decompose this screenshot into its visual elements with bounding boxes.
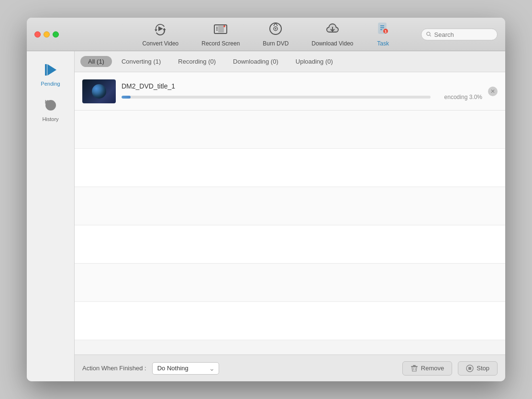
search-box[interactable] [421, 28, 498, 40]
toolbar-item-burn-dvd[interactable]: Burn DVD [251, 19, 300, 50]
sidebar-item-history[interactable]: History [32, 94, 70, 126]
tab-uploading[interactable]: Uploading (0) [288, 56, 341, 67]
svg-line-20 [430, 35, 431, 36]
task-name: DM2_DVD_title_1 [122, 82, 482, 90]
sidebar-item-pending[interactable]: Pending [32, 59, 70, 90]
burn-dvd-label: Burn DVD [263, 40, 288, 47]
stop-icon [466, 365, 474, 372]
task-thumbnail [82, 79, 116, 103]
progress-bar-fill [122, 96, 131, 99]
sidebar: Pending History [27, 51, 75, 381]
svg-text:1: 1 [384, 29, 387, 33]
remove-button[interactable]: Remove [402, 361, 452, 376]
close-button[interactable] [34, 31, 41, 37]
history-icon [44, 98, 58, 114]
empty-row [75, 225, 505, 264]
stop-button[interactable]: Stop [458, 361, 498, 376]
empty-row [75, 302, 505, 340]
sidebar-pending-label: Pending [41, 81, 60, 87]
progress-bar [122, 96, 431, 99]
search-input[interactable] [434, 31, 492, 38]
tab-converting[interactable]: Converting (1) [114, 56, 168, 67]
download-video-icon [326, 22, 339, 38]
stop-label: Stop [477, 365, 489, 372]
svg-point-19 [427, 32, 430, 35]
remove-icon [410, 365, 418, 372]
empty-row [75, 149, 505, 187]
svg-point-9 [275, 28, 277, 29]
task-label: Task [377, 40, 389, 47]
svg-rect-23 [413, 365, 416, 366]
table-row: DM2_DVD_title_1 encoding 3.0% ✕ [75, 72, 505, 111]
task-icon: 1 [377, 22, 390, 38]
record-screen-icon [214, 22, 227, 38]
toolbar-item-download-video[interactable]: Download Video [300, 19, 365, 50]
task-close-button[interactable]: ✕ [488, 87, 498, 96]
task-status: encoding 3.0% [434, 94, 482, 100]
action-select-value: Do Nothing [157, 365, 206, 372]
main-content: Pending History All (1) Convertin [27, 51, 505, 381]
search-icon [426, 32, 432, 37]
action-label: Action When Finished : [82, 365, 146, 372]
maximize-button[interactable] [53, 31, 59, 37]
empty-row [75, 187, 505, 225]
toolbar-item-task[interactable]: 1 Task [365, 19, 401, 50]
toolbar: Convert Video Record Screen [131, 19, 401, 50]
empty-row [75, 264, 505, 302]
svg-marker-0 [158, 26, 163, 31]
tab-recording[interactable]: Recording (0) [170, 56, 223, 67]
svg-point-3 [223, 25, 225, 27]
task-list: DM2_DVD_title_1 encoding 3.0% ✕ [75, 72, 505, 355]
pending-icon [44, 63, 58, 79]
task-progress-row: encoding 3.0% [122, 94, 482, 100]
tab-all[interactable]: All (1) [80, 56, 112, 67]
action-select[interactable]: Do Nothing ⌄ [152, 362, 219, 375]
convert-video-icon [154, 22, 167, 38]
titlebar: Convert Video Record Screen [27, 18, 505, 51]
sidebar-history-label: History [42, 116, 58, 122]
svg-rect-27 [468, 367, 471, 370]
tabs-bar: All (1) Converting (1) Recording (0) Dow… [75, 51, 505, 72]
svg-rect-2 [218, 26, 224, 33]
record-screen-label: Record Screen [201, 40, 240, 47]
chevron-down-icon: ⌄ [209, 365, 215, 372]
download-video-label: Download Video [311, 40, 353, 47]
toolbar-item-convert-video[interactable]: Convert Video [131, 19, 190, 50]
minimize-button[interactable] [44, 31, 50, 37]
app-window: Convert Video Record Screen [27, 18, 505, 381]
task-info: DM2_DVD_title_1 encoding 3.0% [122, 82, 482, 100]
toolbar-item-record-screen[interactable]: Record Screen [190, 19, 251, 50]
traffic-lights [34, 31, 59, 37]
bottom-bar: Action When Finished : Do Nothing ⌄ Remo… [75, 355, 505, 381]
burn-dvd-icon [269, 22, 282, 38]
tab-downloading[interactable]: Downloading (0) [225, 56, 286, 67]
convert-video-label: Convert Video [142, 40, 178, 47]
content-area: All (1) Converting (1) Recording (0) Dow… [75, 51, 505, 381]
remove-label: Remove [421, 365, 444, 372]
svg-rect-21 [45, 64, 47, 76]
empty-row [75, 111, 505, 149]
